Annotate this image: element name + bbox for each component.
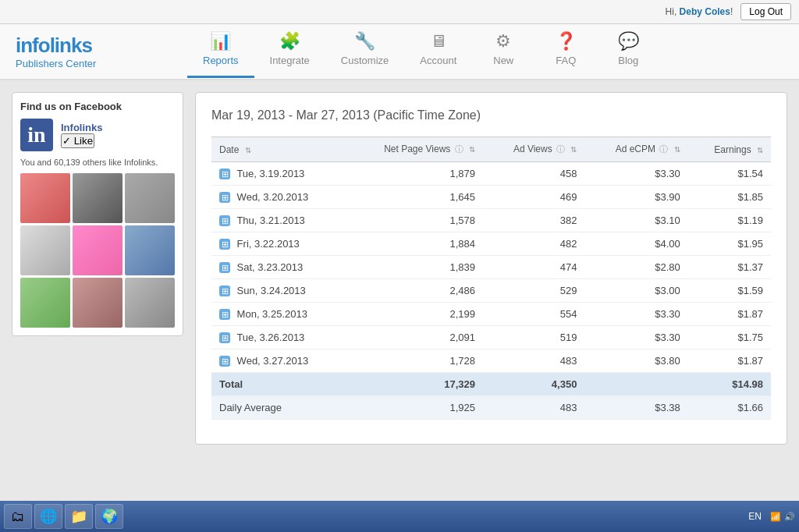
customize-nav-icon: 🔧 [354,31,375,51]
fb-photo-9 [125,278,175,328]
cell-npv-2: 1,578 [346,209,483,232]
cell-av-3: 482 [483,232,584,256]
nav-item-blog[interactable]: 💬 Blog [597,25,659,78]
info-icon-av: ⓘ [556,144,565,154]
cell-npv-3: 1,884 [346,232,483,256]
cell-av-8: 483 [483,349,584,373]
nav-item-reports[interactable]: 📊 Reports [187,25,254,78]
col-earnings[interactable]: Earnings ⇅ [688,137,771,162]
new-nav-label: New [493,55,513,66]
col-date[interactable]: Date ⇅ [211,137,346,162]
fb-photos [20,173,175,328]
cell-av-0: 458 [483,162,584,186]
col-net-page-views[interactable]: Net Page Views ⓘ ⇅ [346,137,483,162]
logout-button[interactable]: Log Out [740,3,791,20]
nav-item-new[interactable]: ⚙ New [472,25,534,78]
cell-date-7: ⊞ Tue, 3.26.2013 [211,326,346,349]
cell-npv-7: 2,091 [346,326,483,349]
cell-ecpm-6: $3.30 [584,303,687,326]
facebook-widget: Find us on Facebook in Infolinks ✓ Like … [12,92,183,336]
top-bar: Hi, Deby Coles! Log Out [0,0,799,24]
cell-earnings-0: $1.54 [688,162,771,186]
expand-btn-5[interactable]: ⊞ [219,286,230,296]
cell-av-2: 382 [483,209,584,232]
cell-npv-6: 2,199 [346,303,483,326]
cell-earnings-1: $1.85 [688,186,771,209]
fb-photo-2 [73,173,123,223]
expand-btn-0[interactable]: ⊞ [219,168,230,179]
blog-nav-icon: 💬 [618,31,639,51]
cell-date-0: ⊞ Tue, 3.19.2013 [211,162,346,186]
table-row: ⊞ Thu, 3.21.2013 1,578 382 $3.10 $1.19 [211,209,771,232]
cell-npv-8: 1,728 [346,349,483,373]
faq-nav-label: FAQ [556,55,576,66]
fb-photo-6 [125,225,175,275]
fb-like-button[interactable]: ✓ Like [61,133,94,148]
cell-av-6: 554 [483,303,584,326]
cell-npv-1: 1,645 [346,186,483,209]
expand-btn-8[interactable]: ⊞ [219,356,230,367]
total-av: 4,350 [483,373,584,396]
nav-item-integrate[interactable]: 🧩 Integrate [254,25,325,78]
avg-label: Daily Average [211,396,346,420]
logo-subtitle: Publishers Center [16,58,172,69]
nav-item-customize[interactable]: 🔧 Customize [325,25,404,78]
fb-widget-title: Find us on Facebook [20,101,175,112]
cell-earnings-8: $1.87 [688,349,771,373]
total-ecpm [584,373,687,396]
checkmark-icon: ✓ [62,135,71,147]
sort-icon-date: ⇅ [245,146,251,154]
total-label: Total [211,373,346,396]
expand-btn-6[interactable]: ⊞ [219,309,230,320]
sort-icon-npv: ⇅ [469,145,475,154]
avg-earnings: $1.66 [688,396,771,420]
daily-average-row: Daily Average 1,925 483 $3.38 $1.66 [211,396,771,420]
expand-btn-3[interactable]: ⊞ [219,239,230,250]
table-row: ⊞ Tue, 3.19.2013 1,879 458 $3.30 $1.54 [211,162,771,186]
col-ad-views[interactable]: Ad Views ⓘ ⇅ [483,137,584,162]
expand-btn-4[interactable]: ⊞ [219,262,230,273]
date-range-header: Mar 19, 2013 - Mar 27, 2013 (Pacific Tim… [211,108,771,122]
logo-name: infolinks [16,34,172,58]
expand-btn-2[interactable]: ⊞ [219,215,230,226]
fb-like-count: You and 60,139 others like Infolinks. [20,158,175,167]
fb-photo-1 [20,173,70,223]
cell-earnings-2: $1.19 [688,209,771,232]
cell-av-4: 474 [483,256,584,279]
cell-date-6: ⊞ Mon, 3.25.2013 [211,303,346,326]
nav-item-account[interactable]: 🖥 Account [404,25,472,78]
table-row: ⊞ Sun, 3.24.2013 2,486 529 $3.00 $1.59 [211,279,771,303]
fb-logo: in [20,119,53,151]
cell-av-7: 519 [483,326,584,349]
sort-icon-earnings: ⇅ [757,146,763,154]
expand-btn-1[interactable]: ⊞ [219,192,230,203]
fb-photo-8 [73,278,123,328]
table-row: ⊞ Wed, 3.20.2013 1,645 469 $3.90 $1.85 [211,186,771,209]
total-npv: 17,329 [346,373,483,396]
cell-npv-0: 1,879 [346,162,483,186]
integrate-nav-icon: 🧩 [279,31,300,51]
fb-photo-5 [73,225,123,275]
sidebar: Find us on Facebook in Infolinks ✓ Like … [12,92,183,445]
cell-date-2: ⊞ Thu, 3.21.2013 [211,209,346,232]
cell-ecpm-7: $3.30 [584,326,687,349]
main-content: Find us on Facebook in Infolinks ✓ Like … [0,80,799,456]
customize-nav-label: Customize [341,55,389,66]
col-ad-ecpm[interactable]: Ad eCPM ⓘ ⇅ [584,137,687,162]
reports-nav-label: Reports [203,55,239,66]
table-row: ⊞ Tue, 3.26.2013 2,091 519 $3.30 $1.75 [211,326,771,349]
info-icon-npv: ⓘ [455,144,463,154]
nav-item-faq[interactable]: ❓ FAQ [534,25,597,78]
table-row: ⊞ Mon, 3.25.2013 2,199 554 $3.30 $1.87 [211,303,771,326]
cell-earnings-6: $1.87 [688,303,771,326]
report-content: Mar 19, 2013 - Mar 27, 2013 (Pacific Tim… [195,92,787,445]
report-table: Date ⇅ Net Page Views ⓘ ⇅ Ad Views ⓘ ⇅ [211,137,771,420]
avg-npv: 1,925 [346,396,483,420]
avg-ecpm: $3.38 [584,396,687,420]
cell-date-3: ⊞ Fri, 3.22.2013 [211,232,346,256]
cell-npv-5: 2,486 [346,279,483,303]
account-nav-label: Account [420,55,456,66]
expand-btn-7[interactable]: ⊞ [219,332,230,343]
cell-ecpm-5: $3.00 [584,279,687,303]
cell-date-4: ⊞ Sat, 3.23.2013 [211,256,346,279]
